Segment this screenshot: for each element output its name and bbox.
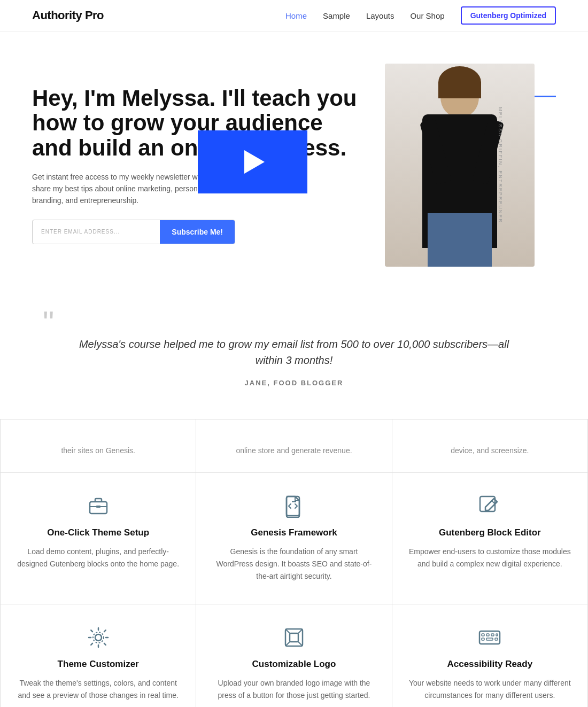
- svg-rect-19: [496, 634, 498, 636]
- logo-icon: [282, 626, 306, 649]
- gutenberg-optimized-button[interactable]: Gutenberg Optimized: [461, 6, 556, 25]
- feature-title-customizer: Theme Customizer: [58, 659, 139, 670]
- image-caption: MELYSSA GRIFFIN, ENTREPREUNER: [497, 107, 502, 223]
- feature-desc-genesis: Genesis is the foundation of any smart W…: [212, 546, 375, 582]
- partial-text-3: device, and screensize.: [451, 445, 529, 456]
- edit-icon: [478, 494, 501, 518]
- email-placeholder-label[interactable]: ENTER EMAIL ADDRESS...: [33, 221, 160, 242]
- partial-text-2: online store and generate revenue.: [236, 445, 352, 456]
- nav-layouts[interactable]: Layouts: [366, 11, 394, 20]
- feature-desc-gutenberg: Empower end-users to customize those mod…: [408, 546, 571, 570]
- svg-rect-16: [482, 634, 484, 636]
- svg-rect-20: [482, 638, 484, 640]
- header: Authority Pro Home Sample Layouts Our Sh…: [0, 0, 588, 32]
- person-jeans: [428, 213, 492, 267]
- partial-text-1: their sites on Genesis.: [61, 445, 135, 456]
- person-placeholder: MELYSSA GRIFFIN, ENTREPREUNER: [385, 64, 535, 267]
- feature-card-genesis: Genesis Framework Genesis is the foundat…: [196, 473, 392, 604]
- feature-desc-accessibility: Your website needs to work under many di…: [408, 677, 571, 702]
- feature-card-partial-1: their sites on Genesis.: [1, 419, 196, 473]
- feature-card-one-click-theme: One-Click Theme Setup Load demo content,…: [1, 473, 196, 604]
- hero-image-container: MELYSSA GRIFFIN, ENTREPREUNER: [385, 64, 556, 267]
- feature-title-accessibility: Accessibility Ready: [447, 659, 532, 670]
- nav-home[interactable]: Home: [285, 11, 307, 20]
- svg-point-7: [95, 634, 102, 641]
- keyboard-icon: [478, 626, 501, 649]
- svg-rect-17: [486, 634, 489, 636]
- svg-rect-22: [495, 638, 498, 640]
- features-grid: their sites on Genesis. online store and…: [0, 419, 588, 707]
- feature-title-genesis: Genesis Framework: [251, 527, 337, 538]
- feature-card-gutenberg: Gutenberg Block Editor Empower end-users…: [392, 473, 588, 604]
- feature-card-accessibility: Accessibility Ready Your website needs t…: [392, 604, 588, 707]
- play-icon: [244, 150, 265, 174]
- feature-title-one-click: One-Click Theme Setup: [47, 527, 149, 538]
- quote-section: " Melyssa's course helped me to grow my …: [0, 288, 588, 408]
- person-hair: [438, 66, 481, 98]
- main-nav: Home Sample Layouts Our Shop Gutenberg O…: [285, 6, 556, 25]
- svg-rect-10: [290, 633, 298, 642]
- hero-section: Hey, I'm Melyssa. I'll teach you how to …: [0, 32, 588, 288]
- quote-text: Melyssa's course helped me to grow my em…: [64, 336, 524, 368]
- hero-person-image: MELYSSA GRIFFIN, ENTREPREUNER: [385, 64, 535, 267]
- video-play-button[interactable]: [198, 130, 307, 193]
- quote-mark-icon: ": [43, 315, 54, 331]
- feature-desc-one-click: Load demo content, plugins, and perfectl…: [17, 546, 180, 570]
- briefcase-icon: [87, 494, 110, 518]
- quote-author: JANE, FOOD BLOGGER: [245, 379, 344, 387]
- svg-rect-2: [96, 506, 100, 508]
- feature-desc-logo: Upload your own branded logo image with …: [212, 677, 375, 702]
- code-file-icon: [282, 494, 306, 518]
- svg-rect-21: [486, 638, 493, 640]
- nav-sample[interactable]: Sample: [323, 11, 350, 20]
- subscribe-button[interactable]: Subscribe Me!: [160, 220, 235, 244]
- nav-our-shop[interactable]: Our Shop: [410, 11, 444, 20]
- gear-icon: [87, 626, 110, 649]
- svg-rect-15: [479, 631, 500, 644]
- site-logo[interactable]: Authority Pro: [32, 9, 104, 22]
- feature-title-logo: Customizable Logo: [252, 659, 336, 670]
- feature-card-logo: Customizable Logo Upload your own brande…: [196, 604, 392, 707]
- svg-rect-5: [480, 496, 495, 511]
- email-signup-form: ENTER EMAIL ADDRESS... Subscribe Me!: [32, 220, 235, 244]
- svg-rect-18: [491, 634, 494, 636]
- feature-card-partial-2: online store and generate revenue.: [196, 419, 392, 473]
- feature-card-customizer: Theme Customizer Tweak the theme's setti…: [1, 604, 196, 707]
- feature-card-partial-3: device, and screensize.: [392, 419, 588, 473]
- feature-title-gutenberg: Gutenberg Block Editor: [439, 527, 541, 538]
- feature-desc-customizer: Tweak the theme's settings, colors, and …: [17, 677, 180, 702]
